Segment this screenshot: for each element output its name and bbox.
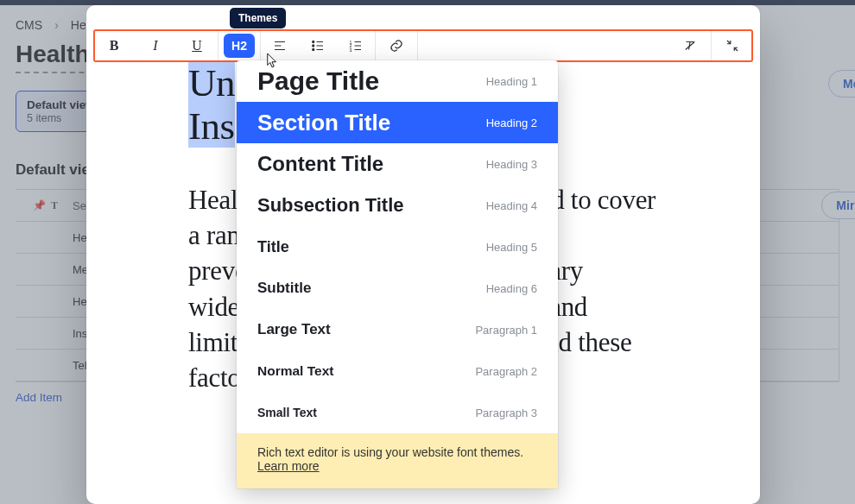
style-option-hint: Heading 6 xyxy=(486,282,537,295)
svg-point-0 xyxy=(313,41,314,42)
svg-point-1 xyxy=(313,45,314,47)
align-button[interactable] xyxy=(261,38,299,54)
more-actions-button[interactable]: More A xyxy=(828,70,855,98)
breadcrumb-current[interactable]: He xyxy=(71,18,86,32)
style-option-label: Large Text xyxy=(257,321,331,338)
list-numbered-icon: 123 xyxy=(348,38,364,54)
view-chip-title: Default view xyxy=(27,98,95,111)
style-option-p2[interactable]: Normal TextParagraph 2 xyxy=(237,350,558,392)
svg-point-2 xyxy=(313,48,314,50)
dropdown-note-text: Rich text editor is using your website f… xyxy=(257,445,523,459)
link-button[interactable] xyxy=(376,38,417,54)
style-option-label: Content Title xyxy=(257,152,383,176)
add-item-link[interactable]: Add Item xyxy=(16,391,62,404)
style-option-label: Subtitle xyxy=(257,280,311,297)
themes-tooltip: Themes xyxy=(230,8,286,28)
style-option-hint: Heading 4 xyxy=(486,199,537,212)
style-option-h5[interactable]: TitleHeading 5 xyxy=(237,226,558,268)
learn-more-link[interactable]: Learn more xyxy=(257,459,320,473)
heading-sel-1: n xyxy=(216,61,235,104)
style-option-label: Subsection Title xyxy=(257,194,404,217)
heading-sel-line2: Ins xyxy=(188,104,235,148)
style-option-label: Title xyxy=(257,238,289,256)
style-option-h6[interactable]: SubtitleHeading 6 xyxy=(237,268,558,309)
style-option-label: Page Title xyxy=(257,66,379,96)
text-type-icon: 𝐓 xyxy=(51,199,58,211)
style-option-h2[interactable]: Section TitleHeading 2 xyxy=(237,102,558,143)
heading-style-button[interactable]: H2 xyxy=(224,34,255,58)
style-option-p1[interactable]: Large TextParagraph 1 xyxy=(237,309,558,350)
align-left-icon xyxy=(272,38,288,54)
heading-sel-start: U xyxy=(188,61,216,104)
list-bullet-icon xyxy=(310,38,326,54)
style-option-hint: Heading 1 xyxy=(486,75,537,88)
rich-text-modal: Themes B I U H2 123 xyxy=(86,5,760,504)
style-option-hint: Heading 3 xyxy=(486,158,537,171)
mirror-button[interactable]: Mirror on S xyxy=(821,192,855,219)
bullet-list-button[interactable] xyxy=(299,38,337,54)
clear-format-icon xyxy=(682,38,698,54)
style-option-label: Small Text xyxy=(257,406,317,419)
style-option-label: Section Title xyxy=(257,110,390,136)
bold-button[interactable]: B xyxy=(93,38,135,54)
style-option-label: Normal Text xyxy=(257,363,333,379)
title-underline xyxy=(16,72,93,73)
pin-icon: 📌 xyxy=(33,199,46,211)
dropdown-footer-note: Rich text editor is using your website f… xyxy=(237,433,558,488)
view-chip-sub: 5 items xyxy=(27,112,95,124)
style-option-hint: Heading 5 xyxy=(486,241,537,254)
clear-format-button[interactable] xyxy=(669,38,711,54)
collapse-icon xyxy=(725,38,740,54)
numbered-list-button[interactable]: 123 xyxy=(337,38,375,54)
editor-toolbar: B I U H2 123 xyxy=(93,29,753,62)
breadcrumb-root[interactable]: CMS xyxy=(16,18,42,32)
collapse-button[interactable] xyxy=(712,38,753,54)
style-option-h3[interactable]: Content TitleHeading 3 xyxy=(237,143,558,185)
style-option-hint: Paragraph 1 xyxy=(475,324,537,337)
italic-button[interactable]: I xyxy=(135,38,176,54)
style-option-hint: Paragraph 3 xyxy=(475,406,537,419)
style-option-hint: Paragraph 2 xyxy=(475,365,537,378)
link-icon xyxy=(389,38,404,54)
underline-button[interactable]: U xyxy=(176,38,218,54)
style-option-hint: Heading 2 xyxy=(486,117,537,129)
svg-text:3: 3 xyxy=(350,47,352,53)
text-style-dropdown: Page TitleHeading 1Section TitleHeading … xyxy=(237,60,558,488)
chevron-right-icon: › xyxy=(54,18,59,32)
style-option-p3[interactable]: Small TextParagraph 3 xyxy=(237,392,558,433)
style-option-h1[interactable]: Page TitleHeading 1 xyxy=(237,60,558,102)
style-option-h4[interactable]: Subsection TitleHeading 4 xyxy=(237,185,558,226)
